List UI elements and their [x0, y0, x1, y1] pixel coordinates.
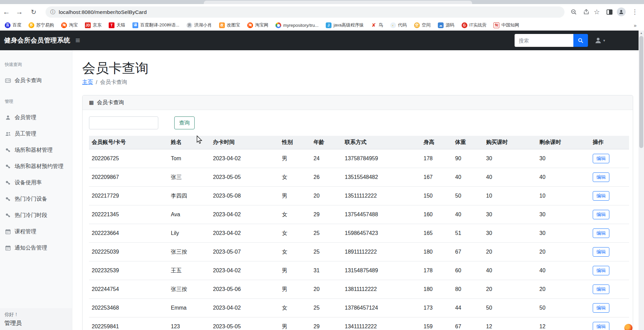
table-cell: 40 — [537, 168, 590, 187]
scrollbar-thumb[interactable] — [639, 36, 643, 148]
search-input[interactable] — [515, 34, 573, 47]
table-cell: 51 — [452, 224, 483, 243]
bookmark-item[interactable]: ◐代码 — [390, 22, 407, 28]
user-menu[interactable]: ▾ — [594, 31, 605, 50]
sidebar-item-设备使用率[interactable]: 设备使用率 — [0, 175, 72, 191]
scrollbar-up-icon[interactable]: ▲ — [639, 31, 644, 36]
sidebar-item-会员卡查询[interactable]: 会员卡查询 — [0, 72, 72, 89]
bookmark-item[interactable]: 淘淘宝网 — [247, 22, 268, 28]
table-cell: 女 — [279, 224, 311, 243]
sidebar-item-热门冷门设备[interactable]: 热门冷门设备 — [0, 191, 72, 207]
bookmarks-overflow-icon[interactable]: » — [634, 22, 639, 28]
table-cell: 160 — [421, 205, 452, 224]
users-icon — [5, 131, 11, 137]
column-header: 身高 — [421, 136, 452, 149]
bookmark-item[interactable]: 知中国知网 — [494, 22, 519, 28]
bookmark-item[interactable]: 百百度 — [5, 22, 21, 28]
equipment-icon — [5, 180, 11, 186]
bookmark-item[interactable]: T天猫 — [109, 22, 125, 28]
column-header: 办卡时间 — [210, 136, 279, 149]
breadcrumb-home-link[interactable]: 主页 — [82, 79, 93, 86]
hamburger-icon[interactable]: ≡ — [75, 31, 80, 50]
table-cell: 30 — [537, 205, 590, 224]
calendar-icon — [5, 245, 11, 251]
bookmark-item[interactable]: 洪洪湖小肖 — [186, 22, 212, 28]
reload-icon[interactable]: ↻ — [28, 4, 39, 20]
table-row: 202244754张三按2023-05-06男20138111122221808… — [89, 280, 629, 299]
sidebar-item-课程管理[interactable]: 课程管理 — [0, 223, 72, 240]
caret-down-icon: ▾ — [603, 38, 605, 43]
forward-icon[interactable]: → — [14, 4, 25, 20]
site-info-icon[interactable]: ⓘ — [50, 9, 55, 15]
edit-button[interactable]: 编辑 — [593, 322, 609, 330]
bookmark-label: 淘宝 — [69, 22, 78, 28]
sidebar: 快速查询会员卡查询管理会员管理员工管理场所和器材管理场所和器材预约管理设备使用率… — [0, 50, 72, 330]
sidebar-item-热门冷门时段[interactable]: 热门冷门时段 — [0, 207, 72, 223]
table-cell: 173 — [421, 299, 452, 317]
sidebar-item-通知公告管理[interactable]: 通知公告管理 — [0, 240, 72, 256]
sidebar-item-label: 课程管理 — [15, 228, 36, 235]
browser-tab[interactable] — [204, 1, 472, 4]
table-cell: 29 — [311, 205, 342, 224]
edit-button[interactable]: 编辑 — [593, 191, 609, 201]
bookmark-item[interactable]: 改改图宝 — [219, 22, 240, 28]
table-cell-actions: 编辑 — [590, 299, 629, 317]
bookmark-label: IT实战营 — [469, 22, 487, 28]
bookmark-label: 中国知网 — [501, 22, 519, 28]
search-button[interactable] — [573, 34, 588, 47]
edit-button[interactable]: 编辑 — [593, 266, 609, 275]
side-panel-icon[interactable] — [604, 4, 615, 20]
address-bar[interactable]: ⓘ localhost:8080/member/toSelByCard — [46, 6, 565, 18]
sidebar-item-会员管理[interactable]: 会员管理 — [0, 109, 72, 126]
sidebar-item-员工管理[interactable]: 员工管理 — [0, 126, 72, 142]
table-cell: 2023-04-02 — [210, 205, 279, 224]
bookmark-item[interactable]: JD京东 — [85, 22, 102, 28]
back-icon[interactable]: ← — [1, 4, 12, 20]
table-cell: 180 — [421, 280, 452, 299]
table-cell: Emma — [168, 299, 210, 317]
card-filter-input[interactable] — [89, 116, 158, 129]
table-cell: 30 — [537, 224, 590, 243]
table-cell-actions: 编辑 — [590, 149, 629, 168]
profile-avatar[interactable] — [615, 4, 627, 20]
table-cell: 王五 — [168, 261, 210, 280]
bookmark-item[interactable]: 苏苏宁易购 — [29, 22, 54, 28]
query-button[interactable]: 查询 — [174, 116, 195, 129]
bookmark-item[interactable]: myrepository/tru... — [275, 22, 319, 28]
table-cell: Tom — [168, 149, 210, 168]
bookmark-item[interactable]: ☁源码 — [438, 22, 454, 28]
table-cell: 31 — [311, 261, 342, 280]
table-cell: 30 — [483, 149, 537, 168]
bookmark-label: 百度翻译-200种语... — [140, 22, 179, 28]
sidebar-item-场所和器材预约管理[interactable]: 场所和器材预约管理 — [0, 158, 72, 175]
sidebar-item-label: 员工管理 — [15, 130, 36, 138]
edit-button[interactable]: 编辑 — [593, 154, 609, 163]
edit-button[interactable]: 编辑 — [593, 247, 609, 257]
bookmark-label: 京东 — [93, 22, 102, 28]
bookmark-favicon-icon: 淘 — [61, 22, 67, 28]
edit-button[interactable]: 编辑 — [593, 210, 609, 219]
bookmark-item[interactable]: Jjava高级程序猿 — [326, 22, 364, 28]
bookmark-item[interactable]: ✘鸟 — [371, 22, 383, 28]
table-row: 202209867张三2023-05-05女261351554848216740… — [89, 168, 629, 187]
edit-button[interactable]: 编辑 — [593, 172, 609, 182]
url-text: localhost:8080/member/toSelByCard — [59, 9, 147, 15]
column-header: 性别 — [279, 136, 311, 149]
bookmark-item[interactable]: 译百度翻译-200种语... — [132, 22, 179, 28]
bookmark-label: 鸟 — [379, 22, 383, 28]
bookmark-star-icon[interactable]: ☆ — [591, 4, 603, 20]
edit-button[interactable]: 编辑 — [593, 285, 609, 294]
bookmark-item[interactable]: 空空间 — [414, 22, 431, 28]
zoom-out-icon[interactable] — [568, 4, 579, 20]
page-scrollbar[interactable]: ▲ — [639, 31, 644, 330]
edit-button[interactable]: 编辑 — [593, 303, 609, 313]
bookmark-item[interactable]: 淘淘宝 — [61, 22, 78, 28]
sidebar-item-场所和器材管理[interactable]: 场所和器材管理 — [0, 142, 72, 158]
table-cell: 2023-05-05 — [210, 168, 279, 187]
bookmark-item[interactable]: GIT实战营 — [462, 22, 487, 28]
table-cell: 女 — [279, 205, 311, 224]
table-cell: Lily — [168, 224, 210, 243]
edit-button[interactable]: 编辑 — [593, 228, 609, 238]
share-icon[interactable] — [580, 4, 592, 20]
chrome-menu-icon[interactable]: ⋮ — [629, 4, 641, 20]
